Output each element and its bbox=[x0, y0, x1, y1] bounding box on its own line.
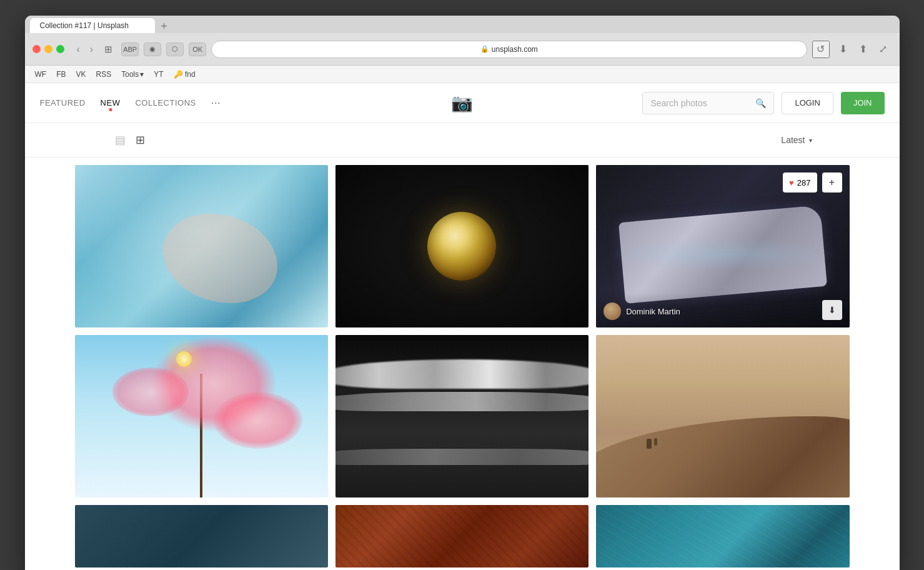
address-bar[interactable]: 🔒 unsplash.com bbox=[211, 41, 807, 58]
view-toggle: ▤ ⊞ bbox=[112, 131, 147, 149]
like-button[interactable]: ♥ 287 bbox=[783, 172, 817, 192]
photo-teal-water[interactable] bbox=[596, 505, 849, 568]
tab-title: Collection #117 | Unsplash bbox=[40, 21, 129, 30]
photo-desert-dunes[interactable] bbox=[596, 335, 849, 498]
camera-icon: 📷 bbox=[451, 93, 473, 112]
extension-pocket[interactable]: ◉ bbox=[144, 42, 161, 56]
tools-caret: ▾ bbox=[140, 70, 144, 79]
traffic-lights bbox=[32, 45, 64, 53]
bookmark-tools[interactable]: Tools ▾ bbox=[121, 70, 144, 79]
photo-column-3: ♥ 287 + Dominik Martin ⬇ bbox=[596, 165, 849, 568]
search-box[interactable]: 🔍 bbox=[642, 92, 774, 114]
browser-actions: ⬇ ⬆ ⤢ bbox=[835, 41, 892, 58]
minimize-button[interactable] bbox=[44, 45, 52, 53]
add-to-collection-button[interactable]: + bbox=[822, 172, 842, 192]
photo-grid: ♥ 287 + Dominik Martin ⬇ bbox=[25, 158, 900, 570]
fullscreen-button[interactable] bbox=[56, 45, 64, 53]
nav-featured[interactable]: FEATURED bbox=[40, 98, 86, 108]
extension-abp[interactable]: ABP bbox=[121, 42, 139, 56]
download-icon: ⬇ bbox=[828, 305, 836, 315]
photo-swimmer[interactable] bbox=[75, 165, 328, 328]
photo-overlay: Dominik Martin ⬇ bbox=[596, 292, 849, 328]
photo-column-1 bbox=[75, 165, 328, 568]
list-view-button[interactable]: ▤ bbox=[112, 131, 128, 149]
extension-layers[interactable]: ⬡ bbox=[166, 42, 184, 56]
bookmarks-bar: WF FB VK RSS Tools ▾ YT 🔑 fnd bbox=[25, 66, 900, 83]
author-name: Dominik Martin bbox=[626, 307, 680, 316]
author-avatar bbox=[604, 302, 621, 320]
photo-rust-texture[interactable] bbox=[335, 505, 589, 568]
photo-actions: ♥ 287 + bbox=[783, 172, 842, 192]
photo-author: Dominik Martin bbox=[604, 302, 680, 320]
grid-view-button[interactable]: ⊞ bbox=[133, 131, 147, 149]
search-input[interactable] bbox=[650, 98, 750, 108]
header-right: 🔍 LOGIN JOIN bbox=[642, 92, 884, 114]
lock-icon: 🔒 bbox=[480, 45, 489, 53]
tab-bar: Collection #117 | Unsplash + bbox=[25, 16, 900, 33]
nav-collections[interactable]: COLLECTIONS bbox=[135, 98, 196, 108]
bookmark-fb[interactable]: FB bbox=[56, 70, 66, 79]
photo-ocean-waves[interactable] bbox=[335, 335, 589, 498]
sidebar-button[interactable]: ⊞ bbox=[101, 42, 116, 56]
url-text: unsplash.com bbox=[492, 45, 538, 54]
like-count: 287 bbox=[797, 178, 811, 188]
login-button[interactable]: LOGIN bbox=[782, 92, 833, 114]
search-button[interactable]: 🔍 bbox=[755, 98, 766, 108]
photo-cherry-blossom[interactable] bbox=[75, 335, 328, 498]
page-content: FEATURED NEW COLLECTIONS ··· 📷 🔍 LOGIN J… bbox=[25, 83, 900, 570]
bookmark-yt[interactable]: YT bbox=[154, 70, 163, 79]
bookmark-wf[interactable]: WF bbox=[35, 70, 47, 79]
active-tab[interactable]: Collection #117 | Unsplash bbox=[30, 18, 155, 33]
bookmark-fnd[interactable]: 🔑 fnd bbox=[174, 70, 196, 79]
title-bar: ‹ › ⊞ ABP ◉ ⬡ OK 🔒 unsplash.com ↺ ⬇ ⬆ ⤢ bbox=[25, 33, 900, 66]
view-controls: ▤ ⊞ Latest ▾ bbox=[25, 123, 900, 158]
browser-window: Collection #117 | Unsplash + ‹ › ⊞ ABP ◉… bbox=[25, 16, 900, 570]
reload-button[interactable]: ↺ bbox=[812, 41, 830, 58]
new-indicator-dot bbox=[109, 108, 112, 111]
main-nav: FEATURED NEW COLLECTIONS ··· bbox=[40, 96, 221, 109]
close-button[interactable] bbox=[32, 45, 41, 53]
nav-more-button[interactable]: ··· bbox=[211, 96, 221, 109]
download-button[interactable]: ⬇ bbox=[835, 41, 852, 58]
sort-caret-icon: ▾ bbox=[809, 137, 812, 144]
fullscreen-page-button[interactable]: ⤢ bbox=[875, 41, 892, 58]
heart-icon: ♥ bbox=[789, 178, 794, 188]
photo-partial-col1[interactable] bbox=[75, 505, 328, 568]
address-bar-section: ABP ◉ ⬡ OK 🔒 unsplash.com ↺ bbox=[121, 41, 829, 58]
forward-button[interactable]: › bbox=[87, 42, 96, 56]
bookmark-vk[interactable]: VK bbox=[76, 70, 86, 79]
extension-ok[interactable]: OK bbox=[189, 42, 206, 56]
download-photo-button[interactable]: ⬇ bbox=[822, 300, 842, 320]
photo-sneaker[interactable]: ♥ 287 + Dominik Martin ⬇ bbox=[596, 165, 849, 328]
site-logo[interactable]: 📷 bbox=[451, 92, 473, 113]
share-button[interactable]: ⬆ bbox=[855, 41, 872, 58]
bookmark-rss[interactable]: RSS bbox=[96, 70, 112, 79]
photo-column-2 bbox=[335, 165, 589, 568]
new-tab-button[interactable]: + bbox=[157, 19, 171, 33]
page-header: FEATURED NEW COLLECTIONS ··· 📷 🔍 LOGIN J… bbox=[25, 83, 900, 123]
photo-rose[interactable] bbox=[335, 165, 589, 328]
sort-label: Latest bbox=[781, 135, 805, 145]
nav-new[interactable]: NEW bbox=[101, 98, 121, 108]
back-button[interactable]: ‹ bbox=[74, 42, 82, 56]
join-button[interactable]: JOIN bbox=[841, 92, 885, 114]
sort-dropdown[interactable]: Latest ▾ bbox=[781, 135, 812, 145]
